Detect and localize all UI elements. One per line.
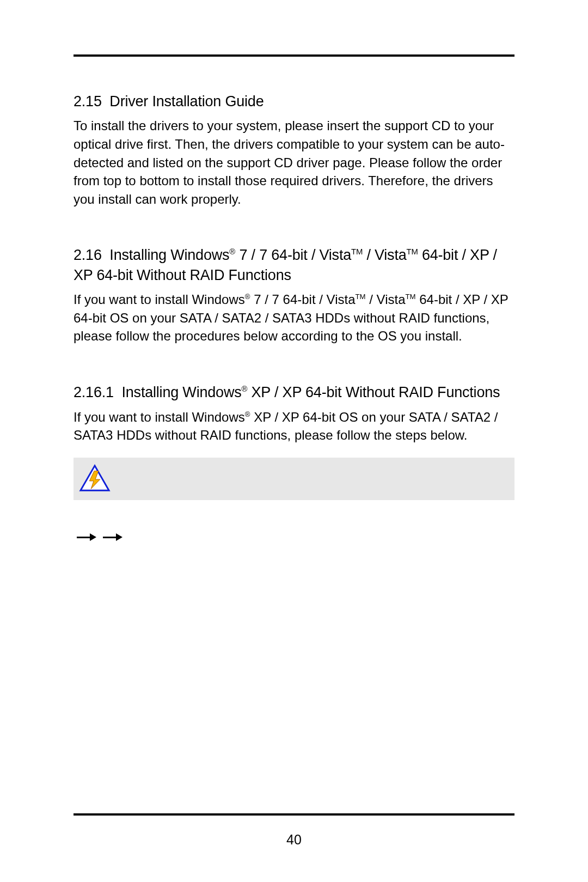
tm-symbol: TM	[407, 247, 418, 256]
section-number: 2.15	[74, 93, 102, 110]
registered-symbol: ®	[245, 410, 250, 418]
arrow-icon	[77, 533, 96, 541]
title-frag: Installing Windows	[109, 247, 229, 263]
body-frag: 7 / 7 64-bit / Vista	[250, 292, 356, 307]
body-frag: If you want to install Windows	[74, 292, 245, 307]
step-1a	[74, 527, 514, 546]
section-number: 2.16.1	[74, 384, 114, 400]
lightning-warning-icon	[79, 463, 111, 495]
rule-top	[74, 54, 514, 57]
title-frag: Installing Windows	[121, 384, 241, 400]
page: 2.15 Driver Installation Guide To instal…	[0, 0, 588, 882]
title-frag: / Vista	[363, 247, 406, 263]
body-2-16: If you want to install Windows® 7 / 7 64…	[74, 290, 514, 345]
registered-symbol: ®	[245, 293, 250, 301]
page-number: 40	[0, 830, 588, 849]
tm-symbol: TM	[351, 247, 363, 256]
note-box	[74, 458, 514, 500]
title-frag: 7 / 7 64-bit / Vista	[235, 247, 351, 263]
body-2-15: To install the drivers to your system, p…	[74, 117, 514, 208]
section-number: 2.16	[74, 247, 102, 263]
rule-bottom	[74, 813, 514, 816]
title-frag: XP / XP 64-bit Without RAID Functions	[247, 384, 500, 400]
body-frag: / Vista	[366, 292, 406, 307]
heading-2-15: 2.15 Driver Installation Guide	[74, 92, 514, 111]
body-2-16-1: If you want to install Windows® XP / XP …	[74, 408, 514, 445]
tm-symbol: TM	[406, 293, 416, 301]
heading-2-16: 2.16 Installing Windows® 7 / 7 64-bit / …	[74, 245, 514, 285]
heading-2-16-1: 2.16.1 Installing Windows® XP / XP 64-bi…	[74, 382, 514, 402]
registered-symbol: ®	[229, 247, 235, 256]
registered-symbol: ®	[241, 385, 247, 393]
body-frag: If you want to install Windows	[74, 410, 245, 424]
tm-symbol: TM	[356, 293, 366, 301]
section-title: Driver Installation Guide	[109, 93, 264, 110]
arrow-icon	[103, 533, 122, 541]
